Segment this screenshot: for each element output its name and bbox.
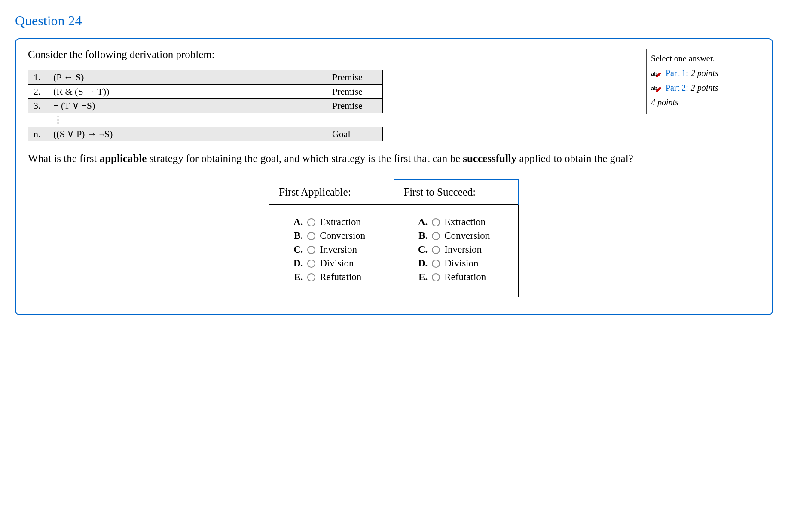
- option-letter: C.: [415, 244, 428, 255]
- radio-input[interactable]: [307, 246, 315, 254]
- followup-text: What is the first applicable strategy fo…: [28, 151, 760, 166]
- row-justification: Premise: [327, 99, 382, 113]
- radio-input[interactable]: [432, 273, 440, 281]
- table-row: 1. (P ↔ S) Premise: [28, 70, 383, 85]
- option-row: E. Refutation: [290, 272, 384, 283]
- option-letter: C.: [290, 244, 303, 255]
- option-letter: A.: [290, 217, 303, 228]
- option-row: D. Division: [415, 258, 509, 269]
- option-letter: B.: [290, 230, 303, 242]
- option-label: Conversion: [320, 230, 365, 242]
- option-label: Inversion: [444, 244, 482, 255]
- part1-row: ab Part 1: 2 points: [651, 66, 756, 80]
- radio-input[interactable]: [432, 232, 440, 240]
- part1-points: 2 points: [691, 66, 718, 80]
- option-label: Refutation: [444, 272, 486, 283]
- part2-link[interactable]: Part 2:: [666, 80, 688, 95]
- row-justification: Premise: [327, 85, 382, 99]
- column-header-applicable: First Applicable:: [269, 180, 394, 205]
- table-row-dots: ⋮: [28, 113, 383, 127]
- option-label: Inversion: [320, 244, 357, 255]
- row-formula: ((S ∨ P) → ¬S): [48, 127, 327, 141]
- row-formula: ¬ (T ∨ ¬S): [48, 99, 327, 113]
- total-points: 4 points: [651, 95, 756, 110]
- option-label: Division: [444, 258, 478, 269]
- edit-icon: ab: [651, 69, 663, 77]
- options-succeed: A. Extraction B. Conversion C. Inversion…: [394, 205, 519, 297]
- option-letter: D.: [290, 258, 303, 269]
- radio-input[interactable]: [307, 232, 315, 240]
- option-letter: A.: [415, 217, 428, 228]
- prompt-text: Consider the following derivation proble…: [28, 49, 640, 61]
- option-letter: E.: [290, 272, 303, 283]
- table-row: 2. (R & (S → T)) Premise: [28, 85, 383, 99]
- radio-input[interactable]: [307, 218, 315, 226]
- option-row: B. Conversion: [415, 230, 509, 242]
- option-letter: E.: [415, 272, 428, 283]
- row-number: 1.: [28, 70, 48, 85]
- row-justification: Premise: [327, 70, 382, 85]
- row-formula: (R & (S → T)): [48, 85, 327, 99]
- answer-table: First Applicable: First to Succeed: A. E…: [269, 179, 519, 297]
- info-panel: Select one answer. ab Part 1: 2 points a…: [646, 49, 760, 114]
- radio-input[interactable]: [432, 260, 440, 268]
- option-row: C. Inversion: [290, 244, 384, 255]
- row-number: 2.: [28, 85, 48, 99]
- radio-input[interactable]: [432, 246, 440, 254]
- option-label: Division: [320, 258, 354, 269]
- option-row: D. Division: [290, 258, 384, 269]
- derivation-table: 1. (P ↔ S) Premise 2. (R & (S → T)) Prem…: [28, 70, 383, 141]
- option-label: Extraction: [320, 217, 361, 228]
- radio-input[interactable]: [307, 260, 315, 268]
- radio-input[interactable]: [307, 273, 315, 281]
- question-container: Consider the following derivation proble…: [15, 38, 773, 315]
- table-row: 3. ¬ (T ∨ ¬S) Premise: [28, 99, 383, 113]
- option-row: E. Refutation: [415, 272, 509, 283]
- option-letter: D.: [415, 258, 428, 269]
- option-letter: B.: [415, 230, 428, 242]
- row-number: n.: [28, 127, 48, 141]
- option-label: Refutation: [320, 272, 361, 283]
- row-formula: (P ↔ S): [48, 70, 327, 85]
- option-row: C. Inversion: [415, 244, 509, 255]
- option-row: A. Extraction: [290, 217, 384, 228]
- part2-points: 2 points: [691, 80, 718, 95]
- row-justification: Goal: [327, 127, 382, 141]
- option-label: Conversion: [444, 230, 490, 242]
- edit-icon: ab: [651, 84, 663, 92]
- option-row: A. Extraction: [415, 217, 509, 228]
- part1-link[interactable]: Part 1:: [666, 66, 688, 80]
- select-one-text: Select one answer.: [651, 51, 756, 66]
- dots: ⋮: [48, 113, 327, 127]
- column-header-succeed: First to Succeed:: [394, 180, 519, 205]
- option-row: B. Conversion: [290, 230, 384, 242]
- table-row-goal: n. ((S ∨ P) → ¬S) Goal: [28, 127, 383, 141]
- radio-input[interactable]: [432, 218, 440, 226]
- option-label: Extraction: [444, 217, 486, 228]
- question-title: Question 24: [15, 13, 773, 29]
- part2-row: ab Part 2: 2 points: [651, 80, 756, 95]
- options-applicable: A. Extraction B. Conversion C. Inversion…: [269, 205, 394, 297]
- row-number: 3.: [28, 99, 48, 113]
